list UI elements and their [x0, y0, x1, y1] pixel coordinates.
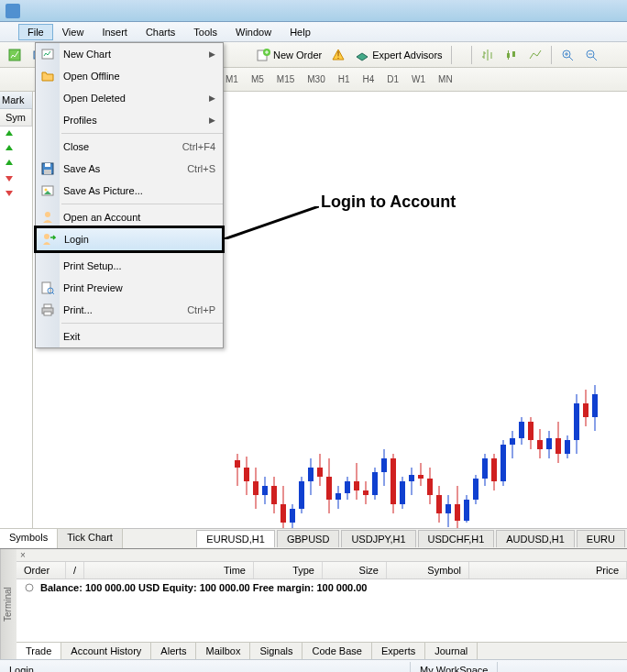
- menu-item-print-preview[interactable]: Print Preview: [36, 277, 223, 299]
- chart-tab[interactable]: USDCHF,H1: [418, 530, 495, 547]
- svg-rect-80: [537, 440, 543, 449]
- tab-symbols[interactable]: Symbols: [0, 528, 58, 548]
- svg-rect-32: [317, 468, 323, 477]
- col-price[interactable]: Price: [469, 562, 627, 578]
- svg-rect-76: [519, 422, 524, 438]
- svg-rect-78: [528, 422, 534, 440]
- menu-item-close[interactable]: CloseCtrl+F4: [36, 136, 223, 158]
- status-login: Login: [0, 662, 411, 673]
- menu-item-new-chart[interactable]: New Chart▶: [36, 43, 223, 65]
- svg-rect-50: [400, 481, 405, 504]
- svg-rect-103: [44, 304, 51, 308]
- svg-rect-82: [546, 438, 552, 449]
- tf-m5[interactable]: M5: [246, 72, 270, 87]
- tf-h4[interactable]: H4: [358, 72, 380, 87]
- down-arrow-icon: [4, 187, 15, 198]
- chart-tab[interactable]: EURUSD,H1: [196, 530, 275, 547]
- market-watch-title: Mark: [0, 92, 32, 109]
- svg-rect-66: [473, 479, 478, 500]
- col-sort[interactable]: /: [66, 562, 84, 578]
- app-icon: [6, 4, 20, 18]
- svg-rect-40: [354, 481, 359, 490]
- tab-alerts[interactable]: Alerts: [151, 643, 196, 659]
- dot-icon: [24, 582, 35, 593]
- tab-signals[interactable]: Signals: [250, 643, 302, 659]
- col-size[interactable]: Size: [323, 562, 387, 578]
- col-time[interactable]: Time: [84, 562, 254, 578]
- menu-view[interactable]: View: [53, 24, 94, 40]
- tf-m30[interactable]: M30: [302, 72, 330, 87]
- col-type[interactable]: Type: [254, 562, 323, 578]
- tf-m15[interactable]: M15: [271, 72, 300, 87]
- menu-item-save-as-picture-[interactable]: Save As Picture...: [36, 180, 223, 202]
- expert-advisors-button[interactable]: Expert Advisors: [351, 46, 446, 64]
- tb-newchart-button[interactable]: [4, 46, 26, 64]
- disk-icon: [40, 161, 55, 176]
- user-icon: [40, 210, 55, 225]
- tf-w1[interactable]: W1: [406, 72, 431, 87]
- svg-rect-70: [491, 458, 497, 481]
- svg-text:!: !: [337, 50, 340, 61]
- menu-item-open-offline[interactable]: Open Offline: [36, 65, 223, 87]
- zoom-out-icon[interactable]: [580, 46, 602, 64]
- terminal-tabs: Trade Account History Alerts Mailbox Sig…: [16, 642, 627, 659]
- svg-rect-6: [512, 51, 515, 57]
- menu-item-save-as[interactable]: Save AsCtrl+S: [36, 158, 223, 180]
- status-workspace: My WorkSpace: [411, 662, 498, 673]
- svg-rect-60: [446, 504, 451, 513]
- folder-icon: [40, 69, 55, 83]
- svg-rect-44: [372, 472, 378, 495]
- svg-rect-88: [574, 403, 579, 440]
- menu-item-profiles[interactable]: Profiles▶: [36, 109, 223, 131]
- menu-help[interactable]: Help: [280, 24, 320, 40]
- menu-item-open-deleted[interactable]: Open Deleted▶: [36, 87, 223, 109]
- svg-rect-34: [326, 477, 332, 500]
- tf-mn[interactable]: MN: [433, 72, 458, 87]
- svg-rect-90: [583, 403, 588, 417]
- new-order-button[interactable]: New Order: [252, 46, 325, 64]
- tf-d1[interactable]: D1: [381, 72, 404, 87]
- line-icon[interactable]: [524, 46, 546, 64]
- chart-tab[interactable]: GBPUSD: [277, 530, 339, 547]
- tab-experts[interactable]: Experts: [372, 643, 425, 659]
- svg-rect-86: [565, 440, 570, 454]
- menu-item-login[interactable]: Login: [34, 226, 225, 253]
- zoom-in-icon[interactable]: [556, 46, 578, 64]
- menu-tools[interactable]: Tools: [184, 24, 226, 40]
- svg-rect-42: [363, 490, 368, 495]
- bars-icon[interactable]: [477, 46, 499, 64]
- svg-rect-68: [482, 458, 488, 479]
- balance-row: Balance: 100 000.00 USD Equity: 100 000.…: [16, 579, 627, 596]
- menu-item-exit[interactable]: Exit: [36, 325, 223, 347]
- svg-rect-20: [262, 486, 268, 495]
- tab-account-history[interactable]: Account History: [61, 643, 151, 659]
- menu-file[interactable]: File: [18, 24, 53, 40]
- menu-insert[interactable]: Insert: [93, 24, 137, 40]
- submenu-arrow-icon: ▶: [209, 94, 215, 103]
- chart-tab[interactable]: EURU: [577, 530, 625, 547]
- file-menu-dropdown: New Chart▶Open OfflineOpen Deleted▶Profi…: [35, 42, 224, 348]
- svg-rect-93: [42, 50, 53, 59]
- col-symbol[interactable]: Symbol: [387, 562, 469, 578]
- close-icon[interactable]: ×: [20, 550, 26, 560]
- tab-journal[interactable]: Journal: [425, 643, 478, 659]
- menu-charts[interactable]: Charts: [137, 24, 184, 40]
- menu-item-print-[interactable]: Print...Ctrl+P: [36, 299, 223, 321]
- menu-window[interactable]: Window: [226, 24, 280, 40]
- chart-tab[interactable]: AUDUSD,H1: [496, 530, 575, 547]
- tf-h1[interactable]: H1: [333, 72, 356, 87]
- col-order[interactable]: Order: [16, 562, 66, 578]
- tab-mailbox[interactable]: Mailbox: [196, 643, 250, 659]
- tab-code-base[interactable]: Code Base: [302, 643, 371, 659]
- warning-icon[interactable]: !: [327, 46, 349, 64]
- terminal-side-label: Terminal: [0, 549, 16, 659]
- tab-tick-chart[interactable]: Tick Chart: [58, 528, 123, 548]
- svg-rect-84: [556, 438, 561, 454]
- chart-tab[interactable]: USDJPY,H1: [341, 530, 415, 547]
- svg-rect-36: [336, 493, 341, 500]
- menu-item-print-setup-[interactable]: Print Setup...: [36, 255, 223, 277]
- svg-rect-22: [271, 486, 277, 504]
- candles-icon[interactable]: [500, 46, 522, 64]
- tab-trade[interactable]: Trade: [16, 642, 61, 659]
- col-symbol[interactable]: Sym: [0, 109, 32, 126]
